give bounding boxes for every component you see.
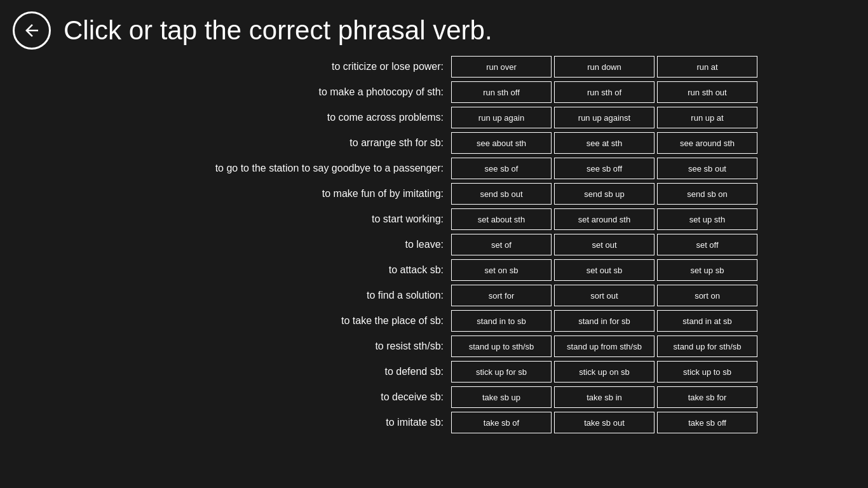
answer-button-13-0[interactable]: take sb up xyxy=(451,386,552,408)
question-label: to resist sth/sb: xyxy=(19,341,451,352)
answer-button-11-1[interactable]: stand up from sth/sb xyxy=(554,336,654,357)
answer-button-5-2[interactable]: send sb on xyxy=(657,183,757,205)
answer-button-0-1[interactable]: run down xyxy=(554,56,654,78)
answer-button-8-2[interactable]: set up sb xyxy=(657,259,757,281)
quiz-row: to come across problems:run up againrun … xyxy=(19,107,849,128)
answer-button-9-2[interactable]: sort on xyxy=(657,285,757,306)
answer-button-11-0[interactable]: stand up to sth/sb xyxy=(451,336,552,357)
quiz-row: to criticize or lose power:run overrun d… xyxy=(19,56,849,78)
answer-group: sort forsort outsort on xyxy=(451,285,757,306)
answer-group: take sb oftake sb outtake sb off xyxy=(451,412,757,433)
question-label: to make fun of by imitating: xyxy=(19,188,451,200)
quiz-row: to defend sb:stick up for sbstick up on … xyxy=(19,361,849,383)
question-label: to attack sb: xyxy=(19,264,451,276)
question-label: to leave: xyxy=(19,239,451,250)
answer-button-6-0[interactable]: set about sth xyxy=(451,208,552,230)
answer-group: set ofset outset off xyxy=(451,234,757,255)
question-label: to deceive sb: xyxy=(19,391,451,403)
answer-button-3-0[interactable]: see about sth xyxy=(451,132,552,154)
answer-button-5-0[interactable]: send sb out xyxy=(451,183,552,205)
answer-group: stick up for sbstick up on sbstick up to… xyxy=(451,361,757,383)
answer-button-6-1[interactable]: set around sth xyxy=(554,208,654,230)
page-title: Click or tap the correct phrasal verb. xyxy=(64,15,492,46)
question-label: to criticize or lose power: xyxy=(19,61,451,72)
answer-button-10-0[interactable]: stand in to sb xyxy=(451,310,552,332)
question-label: to go to the station to say goodbye to a… xyxy=(19,163,451,174)
answer-button-9-1[interactable]: sort out xyxy=(554,285,654,306)
answer-button-0-0[interactable]: run over xyxy=(451,56,552,78)
answer-button-4-1[interactable]: see sb off xyxy=(554,158,654,179)
quiz-row: to go to the station to say goodbye to a… xyxy=(19,158,849,179)
answer-button-14-0[interactable]: take sb of xyxy=(451,412,552,433)
answer-group: see sb ofsee sb offsee sb out xyxy=(451,158,757,179)
answer-group: take sb uptake sb intake sb for xyxy=(451,386,757,408)
question-label: to imitate sb: xyxy=(19,417,451,428)
answer-button-7-1[interactable]: set out xyxy=(554,234,654,255)
answer-group: run sth offrun sth ofrun sth out xyxy=(451,81,757,103)
answer-button-6-2[interactable]: set up sth xyxy=(657,208,757,230)
answer-button-13-1[interactable]: take sb in xyxy=(554,386,654,408)
answer-group: set on sbset out sbset up sb xyxy=(451,259,757,281)
answer-group: send sb outsend sb upsend sb on xyxy=(451,183,757,205)
answer-button-2-1[interactable]: run up against xyxy=(554,107,654,128)
question-label: to defend sb: xyxy=(19,366,451,377)
quiz-row: to start working:set about sthset around… xyxy=(19,208,849,230)
question-label: to find a solution: xyxy=(19,290,451,301)
answer-button-3-2[interactable]: see around sth xyxy=(657,132,757,154)
answer-button-10-2[interactable]: stand in at sb xyxy=(657,310,757,332)
answer-button-4-2[interactable]: see sb out xyxy=(657,158,757,179)
back-button[interactable] xyxy=(13,11,51,50)
answer-button-14-2[interactable]: take sb off xyxy=(657,412,757,433)
answer-group: run overrun downrun at xyxy=(451,56,757,78)
answer-button-2-2[interactable]: run up at xyxy=(657,107,757,128)
answer-button-4-0[interactable]: see sb of xyxy=(451,158,552,179)
answer-button-5-1[interactable]: send sb up xyxy=(554,183,654,205)
quiz-row: to resist sth/sb:stand up to sth/sbstand… xyxy=(19,336,849,357)
answer-button-0-2[interactable]: run at xyxy=(657,56,757,78)
answer-button-12-0[interactable]: stick up for sb xyxy=(451,361,552,383)
answer-button-11-2[interactable]: stand up for sth/sb xyxy=(657,336,757,357)
answer-button-13-2[interactable]: take sb for xyxy=(657,386,757,408)
answer-button-1-1[interactable]: run sth of xyxy=(554,81,654,103)
question-label: to make a photocopy of sth: xyxy=(19,86,451,98)
answer-button-2-0[interactable]: run up again xyxy=(451,107,552,128)
answer-group: stand in to sbstand in for sbstand in at… xyxy=(451,310,757,332)
quiz-row: to leave:set ofset outset off xyxy=(19,234,849,255)
quiz-row: to imitate sb:take sb oftake sb outtake … xyxy=(19,412,849,433)
answer-button-10-1[interactable]: stand in for sb xyxy=(554,310,654,332)
answer-button-8-0[interactable]: set on sb xyxy=(451,259,552,281)
answer-button-1-0[interactable]: run sth off xyxy=(451,81,552,103)
question-label: to arrange sth for sb: xyxy=(19,137,451,149)
answer-button-7-0[interactable]: set of xyxy=(451,234,552,255)
answer-button-12-1[interactable]: stick up on sb xyxy=(554,361,654,383)
quiz-row: to make a photocopy of sth:run sth offru… xyxy=(19,81,849,103)
page-header: Click or tap the correct phrasal verb. xyxy=(0,0,868,56)
question-label: to start working: xyxy=(19,214,451,225)
quiz-row: to attack sb:set on sbset out sbset up s… xyxy=(19,259,849,281)
answer-button-8-1[interactable]: set out sb xyxy=(554,259,654,281)
quiz-row: to find a solution:sort forsort outsort … xyxy=(19,285,849,306)
answer-button-9-0[interactable]: sort for xyxy=(451,285,552,306)
answer-group: see about sthsee at sthsee around sth xyxy=(451,132,757,154)
quiz-content: to criticize or lose power:run overrun d… xyxy=(0,56,868,433)
answer-button-12-2[interactable]: stick up to sb xyxy=(657,361,757,383)
answer-button-1-2[interactable]: run sth out xyxy=(657,81,757,103)
question-label: to take the place of sb: xyxy=(19,315,451,327)
back-icon xyxy=(22,21,41,40)
answer-button-7-2[interactable]: set off xyxy=(657,234,757,255)
answer-group: set about sthset around sthset up sth xyxy=(451,208,757,230)
question-label: to come across problems: xyxy=(19,112,451,123)
quiz-row: to make fun of by imitating:send sb outs… xyxy=(19,183,849,205)
quiz-row: to deceive sb:take sb uptake sb intake s… xyxy=(19,386,849,408)
answer-button-3-1[interactable]: see at sth xyxy=(554,132,654,154)
quiz-row: to arrange sth for sb:see about sthsee a… xyxy=(19,132,849,154)
answer-group: stand up to sth/sbstand up from sth/sbst… xyxy=(451,336,757,357)
answer-group: run up againrun up againstrun up at xyxy=(451,107,757,128)
quiz-row: to take the place of sb:stand in to sbst… xyxy=(19,310,849,332)
answer-button-14-1[interactable]: take sb out xyxy=(554,412,654,433)
